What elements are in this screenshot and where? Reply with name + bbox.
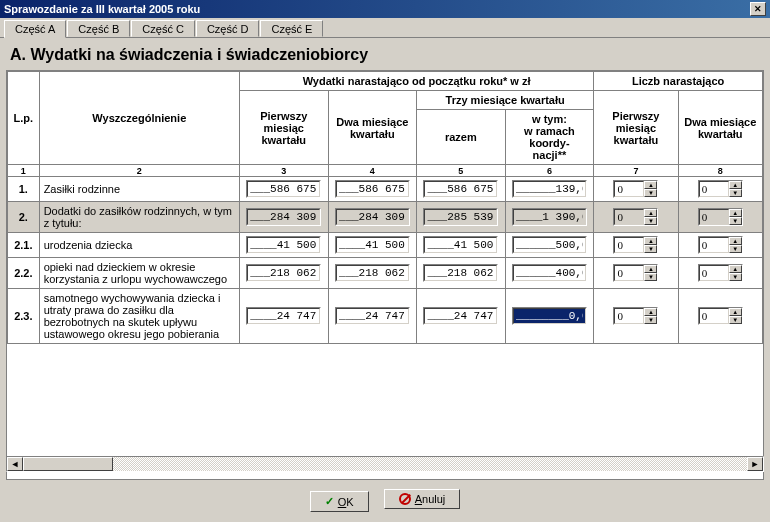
value-cell [417,202,506,233]
col-num-6: 6 [505,165,594,177]
spin-down-icon[interactable]: ▼ [729,245,742,253]
spinner-input[interactable] [614,181,644,197]
spin-up-icon[interactable]: ▲ [729,209,742,217]
spin-down-icon[interactable]: ▼ [729,273,742,281]
spinner-input[interactable] [614,265,644,281]
value-input[interactable] [513,181,586,197]
value-cell [328,202,417,233]
tab-część-d[interactable]: Część D [196,20,260,37]
value-cell [239,233,328,258]
value-cell [505,289,594,344]
th-c6: w tym: w ramach koordy- nacji** [505,110,594,165]
spin-up-icon[interactable]: ▲ [729,181,742,189]
value-input[interactable] [336,181,409,197]
col-num-2: 2 [39,165,239,177]
th-c5: razem [417,110,506,165]
value-input[interactable] [424,181,497,197]
spin-down-icon[interactable]: ▼ [644,217,657,225]
spin-up-icon[interactable]: ▲ [729,308,742,316]
value-cell [328,177,417,202]
scroll-thumb[interactable] [23,457,113,471]
spin-down-icon[interactable]: ▼ [729,217,742,225]
spin-down-icon[interactable]: ▼ [644,316,657,324]
spin-down-icon[interactable]: ▼ [644,189,657,197]
value-input[interactable] [513,308,586,324]
value-input[interactable] [513,237,586,253]
tab-część-e[interactable]: Część E [260,20,323,37]
value-cell [328,258,417,289]
cancel-button[interactable]: Anuluj [384,489,461,509]
spin-down-icon[interactable]: ▼ [644,245,657,253]
close-icon[interactable]: ✕ [750,2,766,16]
value-input[interactable] [424,308,497,324]
spin-up-icon[interactable]: ▲ [644,209,657,217]
value-input[interactable] [513,209,586,225]
spin-up-icon[interactable]: ▲ [729,237,742,245]
value-input[interactable] [513,265,586,281]
scroll-right-icon[interactable]: ► [747,457,763,471]
tab-część-a[interactable]: Część A [4,20,66,38]
value-input[interactable] [336,209,409,225]
spinner-input[interactable] [614,308,644,324]
table-row: 2.Dodatki do zasiłków rodzinnych, w tym … [8,202,763,233]
col-num-8: 8 [678,165,762,177]
spinner-cell: ▲▼ [678,258,762,289]
value-input[interactable] [336,308,409,324]
spin-down-icon[interactable]: ▼ [729,316,742,324]
section-title: A. Wydatki na świadczenia i świadczeniob… [0,38,770,70]
spinner-input[interactable] [699,209,729,225]
value-input[interactable] [424,237,497,253]
value-input[interactable] [336,237,409,253]
value-input[interactable] [424,209,497,225]
tab-część-b[interactable]: Część B [67,20,130,37]
value-input[interactable] [247,308,320,324]
spinner-cell: ▲▼ [594,289,678,344]
value-input[interactable] [247,265,320,281]
spinner-cell: ▲▼ [594,258,678,289]
spinner-input[interactable] [614,209,644,225]
spin-down-icon[interactable]: ▼ [729,189,742,197]
value-input[interactable] [424,265,497,281]
value-input[interactable] [247,209,320,225]
spinner-input[interactable] [699,181,729,197]
th-group1: Wydatki narastająco od początku roku* w … [239,72,593,91]
scroll-left-icon[interactable]: ◄ [7,457,23,471]
tab-część-c[interactable]: Część C [131,20,195,37]
spinner-input[interactable] [699,237,729,253]
spinner-cell: ▲▼ [678,233,762,258]
spinner-input[interactable] [699,265,729,281]
spin-up-icon[interactable]: ▲ [644,181,657,189]
spinner-input[interactable] [699,308,729,324]
value-cell [505,177,594,202]
row-desc: Zasiłki rodzinne [39,177,239,202]
spinner-cell: ▲▼ [594,233,678,258]
spin-down-icon[interactable]: ▼ [644,273,657,281]
th-c3: Pierwszy miesiąc kwartału [239,91,328,165]
spin-up-icon[interactable]: ▲ [644,265,657,273]
th-c4: Dwa miesiące kwartału [328,91,417,165]
table-row: 2.3.samotnego wychowywania dziecka i utr… [8,289,763,344]
value-cell [328,289,417,344]
th-group2: Liczb narastająco [594,72,763,91]
cancel-icon [399,493,411,505]
row-desc: opieki nad dzieckiem w okresie korzystan… [39,258,239,289]
value-cell [505,233,594,258]
horizontal-scrollbar[interactable]: ◄ ► [6,456,764,472]
spin-up-icon[interactable]: ▲ [644,308,657,316]
spinner-cell: ▲▼ [678,177,762,202]
check-icon: ✓ [325,495,334,508]
button-bar: ✓ OK Anuluj [0,489,770,512]
window-title: Sprawozdanie za III kwartał 2005 roku [4,0,200,18]
row-lp: 2.1. [8,233,40,258]
value-input[interactable] [247,181,320,197]
spinner-cell: ▲▼ [678,289,762,344]
ok-button[interactable]: ✓ OK [310,491,369,512]
spin-up-icon[interactable]: ▲ [729,265,742,273]
value-input[interactable] [336,265,409,281]
th-c5group: Trzy miesiące kwartału [417,91,594,110]
spinner-input[interactable] [614,237,644,253]
spin-up-icon[interactable]: ▲ [644,237,657,245]
value-input[interactable] [247,237,320,253]
row-lp: 2. [8,202,40,233]
report-table: L.p. Wyszczególnienie Wydatki narastając… [7,71,763,344]
